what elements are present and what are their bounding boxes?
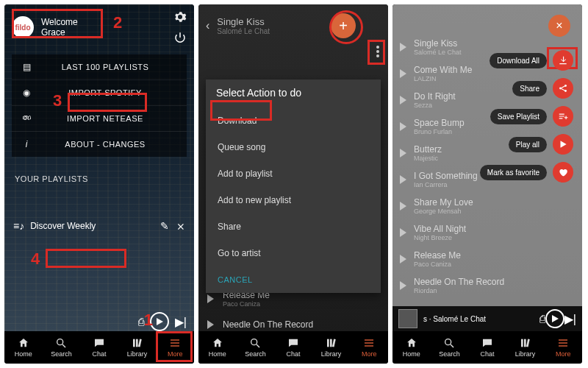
next-button[interactable]: ▶|	[175, 315, 187, 329]
playlist-row[interactable]: ≡♪ Discover Weekly ✎ ⨯	[13, 220, 185, 232]
nav-library[interactable]: Library	[312, 331, 351, 364]
power-icon[interactable]	[173, 31, 187, 44]
nav-library[interactable]: Library	[506, 331, 545, 364]
play-icon	[400, 228, 406, 237]
track-row[interactable]: Release MePaco Caniza	[392, 246, 582, 272]
track-row[interactable]: Share My LoveGeorge Mensah	[392, 193, 582, 219]
welcome-block[interactable]: Welcome Grace	[41, 17, 78, 38]
cast-icon[interactable]: ⎙	[138, 316, 144, 328]
delete-icon[interactable]: ⨯	[176, 220, 185, 232]
svg-rect-29	[559, 345, 567, 346]
nav-home[interactable]: Home	[4, 331, 43, 364]
more-icon	[363, 337, 375, 349]
download-icon[interactable]	[553, 50, 573, 71]
close-fab[interactable]: ×	[548, 15, 570, 37]
action-go-artist[interactable]: Go to artist	[216, 240, 370, 266]
menu-last-playlists[interactable]: ▤LAST 100 PLAYLISTS	[12, 54, 187, 80]
menu-import-netease[interactable]: ෨IMPORT NETEASE	[12, 106, 187, 132]
welcome-label: Welcome	[41, 17, 78, 27]
play-icon	[400, 122, 406, 131]
heart-icon[interactable]	[553, 162, 573, 183]
cancel-button[interactable]: CANCEL	[216, 266, 370, 289]
playlist-add-icon[interactable]	[553, 106, 573, 127]
action-add-new-playlist[interactable]: Add to new playlist	[216, 187, 370, 213]
nav-more[interactable]: More	[156, 331, 194, 364]
annotation-num-2: 2	[113, 13, 122, 32]
library-icon	[132, 337, 143, 349]
action-play[interactable]: Play all	[480, 134, 573, 155]
back-icon[interactable]: ‹	[206, 19, 209, 32]
svg-rect-6	[171, 339, 179, 340]
overflow-icon[interactable]	[376, 46, 379, 57]
action-playlist-add[interactable]: Save Playlist	[480, 106, 573, 127]
nav-home[interactable]: Home	[198, 331, 237, 364]
sheet-title: Select Action to do	[216, 87, 370, 99]
play-icon	[400, 96, 406, 105]
annotation-num-4: 4	[31, 250, 40, 269]
action-download[interactable]: Download All	[480, 50, 573, 71]
nav-chat[interactable]: Chat	[80, 331, 118, 364]
nav-library[interactable]: Library	[118, 331, 157, 364]
track-row[interactable]: Vibe All NightNight Breeze	[392, 219, 582, 246]
nav-more[interactable]: More	[544, 331, 582, 364]
action-add-playlist[interactable]: Add to playlist	[216, 160, 370, 187]
nav-more[interactable]: More	[350, 331, 388, 364]
play-icon[interactable]	[553, 134, 573, 155]
track-artist: Salomé Le Chat	[414, 49, 462, 56]
share-icon[interactable]	[553, 78, 573, 99]
playlist-icon: ▤	[21, 62, 32, 72]
action-share[interactable]: Share	[216, 213, 370, 240]
play-icon	[400, 202, 406, 210]
nav-chat[interactable]: Chat	[274, 331, 312, 364]
menu-list: ▤LAST 100 PLAYLISTS ◉IMPORT SPOTIFY ෨IMP…	[12, 54, 187, 157]
play-icon	[400, 255, 406, 263]
action-label: Download All	[490, 53, 547, 68]
menu-about[interactable]: iABOUT - CHANGES	[12, 132, 187, 157]
track-row[interactable]: Needle On The RecordRiordan	[392, 272, 582, 299]
play-button[interactable]	[545, 309, 564, 328]
svg-line-10	[257, 344, 259, 347]
mini-player[interactable]: s · Salomé Le Chat ⎙ ▶|	[392, 306, 582, 331]
welcome-username: Grace	[41, 27, 78, 38]
action-label: Share	[512, 81, 547, 96]
track-title: Share My Love	[414, 197, 473, 208]
panel-more-screen: fildo Welcome Grace ▤LAST 100 PLAYLISTS …	[4, 4, 194, 364]
nav-search[interactable]: Search	[431, 331, 469, 364]
nav-search[interactable]: Search	[43, 331, 81, 364]
gear-icon[interactable]	[173, 10, 187, 24]
track-title: Come With Me	[414, 65, 472, 75]
search-icon	[443, 337, 455, 349]
playlist-name: Discover Weekly	[30, 221, 153, 231]
svg-point-1	[57, 339, 63, 345]
bottom-nav: Home Search Chat Library More	[4, 331, 194, 364]
svg-rect-8	[171, 345, 179, 346]
action-download[interactable]: Download	[216, 107, 370, 134]
track-artist: Paco Caniza	[414, 261, 461, 268]
action-queue[interactable]: Queue song	[216, 134, 370, 160]
search-icon	[249, 337, 261, 349]
edit-icon[interactable]: ✎	[160, 220, 169, 232]
nav-search[interactable]: Search	[237, 331, 275, 364]
spotify-icon: ◉	[21, 88, 32, 98]
chat-icon	[481, 337, 493, 349]
nav-home[interactable]: Home	[392, 331, 431, 364]
header: fildo Welcome Grace	[4, 4, 194, 50]
svg-rect-15	[365, 342, 373, 343]
track-artist: Riordan	[414, 287, 504, 294]
track-title: Single Kiss	[414, 38, 462, 49]
svg-point-9	[251, 339, 257, 345]
cast-icon[interactable]: ⎙	[539, 313, 545, 325]
svg-marker-20	[561, 141, 567, 147]
track-title: I Got Something	[414, 171, 478, 181]
annotation-num-1: 1	[144, 311, 153, 330]
svg-point-22	[445, 339, 451, 345]
annotation-num-3: 3	[53, 91, 62, 110]
next-button[interactable]: ▶|	[564, 312, 576, 326]
svg-rect-12	[330, 339, 332, 347]
menu-import-spotify[interactable]: ◉IMPORT SPOTIFY	[12, 80, 187, 106]
track-artist: Salomé Le Chat	[217, 27, 270, 35]
action-share[interactable]: Share	[480, 78, 573, 99]
nav-chat[interactable]: Chat	[468, 331, 506, 364]
action-heart[interactable]: Mark as favorite	[480, 162, 573, 183]
add-fab[interactable]: +	[331, 13, 356, 38]
